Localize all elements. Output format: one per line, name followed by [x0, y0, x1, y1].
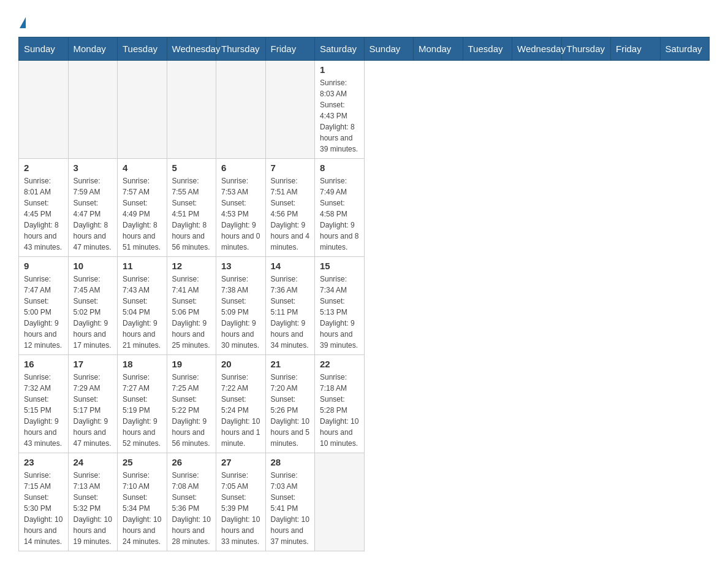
col-header-wednesday: Wednesday: [512, 37, 562, 61]
calendar-cell: 3Sunrise: 7:59 AM Sunset: 4:47 PM Daylig…: [68, 159, 118, 257]
calendar-cell: 1Sunrise: 8:03 AM Sunset: 4:43 PM Daylig…: [315, 61, 365, 159]
day-info: Sunrise: 7:08 AM Sunset: 5:36 PM Dayligh…: [172, 470, 211, 547]
calendar-cell: 11Sunrise: 7:43 AM Sunset: 5:04 PM Dayli…: [118, 257, 167, 355]
calendar-cell: [216, 61, 266, 159]
day-number: 1: [320, 64, 359, 75]
calendar-cell: 10Sunrise: 7:45 AM Sunset: 5:02 PM Dayli…: [68, 257, 118, 355]
calendar-cell: 8Sunrise: 7:49 AM Sunset: 4:58 PM Daylig…: [315, 159, 365, 257]
day-info: Sunrise: 7:29 AM Sunset: 5:17 PM Dayligh…: [74, 372, 113, 449]
col-header-thursday: Thursday: [561, 37, 611, 61]
calendar-cell: 20Sunrise: 7:22 AM Sunset: 5:24 PM Dayli…: [216, 355, 266, 453]
day-number: 24: [74, 457, 113, 467]
day-info: Sunrise: 7:05 AM Sunset: 5:39 PM Dayligh…: [221, 470, 260, 547]
day-number: 26: [172, 457, 211, 467]
day-info: Sunrise: 7:22 AM Sunset: 5:24 PM Dayligh…: [221, 372, 260, 449]
col-header-friday: Friday: [611, 37, 661, 61]
col-header-monday: Monday: [414, 37, 463, 61]
day-info: Sunrise: 7:57 AM Sunset: 4:49 PM Dayligh…: [123, 175, 162, 253]
day-number: 18: [123, 359, 162, 369]
calendar-cell: [118, 61, 167, 159]
day-number: 25: [123, 457, 162, 467]
calendar-cell: 25Sunrise: 7:10 AM Sunset: 5:34 PM Dayli…: [118, 453, 167, 551]
col-header-sunday: Sunday: [19, 37, 69, 61]
day-number: 27: [221, 457, 260, 467]
day-info: Sunrise: 7:10 AM Sunset: 5:34 PM Dayligh…: [123, 470, 162, 547]
day-number: 5: [172, 163, 211, 173]
calendar-cell: 27Sunrise: 7:05 AM Sunset: 5:39 PM Dayli…: [216, 453, 266, 551]
day-number: 13: [221, 261, 260, 271]
calendar-cell: 24Sunrise: 7:13 AM Sunset: 5:32 PM Dayli…: [68, 453, 118, 551]
col-header-friday: Friday: [265, 37, 315, 61]
day-number: 7: [271, 163, 310, 173]
day-info: Sunrise: 7:32 AM Sunset: 5:15 PM Dayligh…: [24, 372, 63, 449]
day-number: 28: [271, 457, 310, 467]
day-number: 15: [320, 261, 359, 271]
day-info: Sunrise: 7:49 AM Sunset: 4:58 PM Dayligh…: [320, 175, 359, 253]
calendar-week-row: 2Sunrise: 8:01 AM Sunset: 4:45 PM Daylig…: [19, 159, 710, 257]
calendar-cell: [68, 61, 118, 159]
col-header-sunday: Sunday: [364, 37, 414, 61]
col-header-tuesday: Tuesday: [118, 37, 167, 61]
day-info: Sunrise: 7:41 AM Sunset: 5:06 PM Dayligh…: [172, 274, 211, 351]
col-header-tuesday: Tuesday: [463, 37, 512, 61]
day-info: Sunrise: 7:47 AM Sunset: 5:00 PM Dayligh…: [24, 274, 63, 351]
calendar-cell: 26Sunrise: 7:08 AM Sunset: 5:36 PM Dayli…: [167, 453, 216, 551]
col-header-thursday: Thursday: [216, 37, 266, 61]
day-info: Sunrise: 7:45 AM Sunset: 5:02 PM Dayligh…: [74, 274, 113, 351]
col-header-saturday: Saturday: [315, 37, 365, 61]
calendar-cell: 5Sunrise: 7:55 AM Sunset: 4:51 PM Daylig…: [167, 159, 216, 257]
day-info: Sunrise: 7:38 AM Sunset: 5:09 PM Dayligh…: [221, 274, 260, 351]
day-number: 4: [123, 163, 162, 173]
calendar-cell: 16Sunrise: 7:32 AM Sunset: 5:15 PM Dayli…: [19, 355, 69, 453]
day-info: Sunrise: 7:51 AM Sunset: 4:56 PM Dayligh…: [271, 175, 310, 253]
logo-triangle-icon: [20, 17, 26, 28]
day-info: Sunrise: 7:03 AM Sunset: 5:41 PM Dayligh…: [271, 470, 310, 547]
calendar-week-row: 9Sunrise: 7:47 AM Sunset: 5:00 PM Daylig…: [19, 257, 710, 355]
calendar-week-row: 1Sunrise: 8:03 AM Sunset: 4:43 PM Daylig…: [19, 61, 710, 159]
day-info: Sunrise: 7:55 AM Sunset: 4:51 PM Dayligh…: [172, 175, 211, 253]
calendar-cell: [19, 61, 69, 159]
page-header: [18, 12, 710, 27]
day-number: 14: [271, 261, 310, 271]
day-info: Sunrise: 7:15 AM Sunset: 5:30 PM Dayligh…: [24, 470, 63, 547]
day-info: Sunrise: 7:36 AM Sunset: 5:11 PM Dayligh…: [271, 274, 310, 351]
day-number: 20: [221, 359, 260, 369]
col-header-monday: Monday: [68, 37, 118, 61]
calendar-week-row: 23Sunrise: 7:15 AM Sunset: 5:30 PM Dayli…: [19, 453, 710, 551]
calendar-table: SundayMondayTuesdayWednesdayThursdayFrid…: [18, 37, 710, 551]
day-number: 22: [320, 359, 359, 369]
day-number: 11: [123, 261, 162, 271]
day-info: Sunrise: 7:20 AM Sunset: 5:26 PM Dayligh…: [271, 372, 310, 449]
calendar-cell: 19Sunrise: 7:25 AM Sunset: 5:22 PM Dayli…: [167, 355, 216, 453]
calendar-cell: 17Sunrise: 7:29 AM Sunset: 5:17 PM Dayli…: [68, 355, 118, 453]
day-info: Sunrise: 7:43 AM Sunset: 5:04 PM Dayligh…: [123, 274, 162, 351]
day-number: 2: [24, 163, 63, 173]
day-number: 12: [172, 261, 211, 271]
calendar-cell: 18Sunrise: 7:27 AM Sunset: 5:19 PM Dayli…: [118, 355, 167, 453]
day-number: 23: [24, 457, 63, 467]
day-info: Sunrise: 7:25 AM Sunset: 5:22 PM Dayligh…: [172, 372, 211, 449]
calendar-cell: 21Sunrise: 7:20 AM Sunset: 5:26 PM Dayli…: [265, 355, 315, 453]
day-number: 16: [24, 359, 63, 369]
day-number: 10: [74, 261, 113, 271]
day-info: Sunrise: 7:27 AM Sunset: 5:19 PM Dayligh…: [123, 372, 162, 449]
calendar-cell: 15Sunrise: 7:34 AM Sunset: 5:13 PM Dayli…: [315, 257, 365, 355]
calendar-cell: 14Sunrise: 7:36 AM Sunset: 5:11 PM Dayli…: [265, 257, 315, 355]
logo: [18, 12, 27, 27]
day-info: Sunrise: 7:18 AM Sunset: 5:28 PM Dayligh…: [320, 372, 359, 449]
calendar-cell: 13Sunrise: 7:38 AM Sunset: 5:09 PM Dayli…: [216, 257, 266, 355]
day-info: Sunrise: 7:34 AM Sunset: 5:13 PM Dayligh…: [320, 274, 359, 351]
calendar-cell: [265, 61, 315, 159]
day-number: 3: [74, 163, 113, 173]
day-info: Sunrise: 7:53 AM Sunset: 4:53 PM Dayligh…: [221, 175, 260, 253]
day-number: 17: [74, 359, 113, 369]
calendar-cell: 4Sunrise: 7:57 AM Sunset: 4:49 PM Daylig…: [118, 159, 167, 257]
col-header-saturday: Saturday: [660, 37, 710, 61]
calendar-cell: 12Sunrise: 7:41 AM Sunset: 5:06 PM Dayli…: [167, 257, 216, 355]
calendar-cell: 7Sunrise: 7:51 AM Sunset: 4:56 PM Daylig…: [265, 159, 315, 257]
calendar-cell: 9Sunrise: 7:47 AM Sunset: 5:00 PM Daylig…: [19, 257, 69, 355]
calendar-cell: 22Sunrise: 7:18 AM Sunset: 5:28 PM Dayli…: [315, 355, 365, 453]
day-info: Sunrise: 7:59 AM Sunset: 4:47 PM Dayligh…: [74, 175, 113, 253]
calendar-cell: 28Sunrise: 7:03 AM Sunset: 5:41 PM Dayli…: [265, 453, 315, 551]
calendar-cell: 2Sunrise: 8:01 AM Sunset: 4:45 PM Daylig…: [19, 159, 69, 257]
